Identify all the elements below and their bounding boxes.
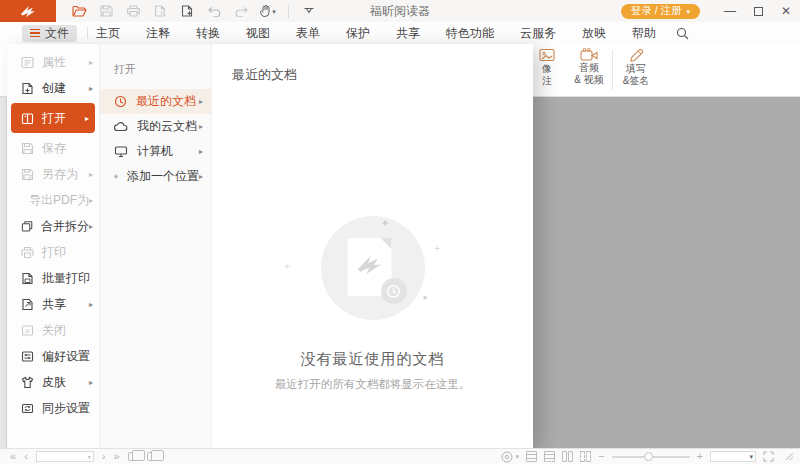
redo-icon[interactable] (232, 3, 250, 19)
open-file-icon[interactable] (70, 3, 88, 19)
sidebar-item-export-pdf: 导出PDF为 ▸ (7, 187, 99, 213)
submenu-arrow-icon: ▸ (199, 97, 203, 106)
last-page-icon[interactable]: » (113, 451, 119, 462)
sparkle-icon: ＋ (433, 244, 442, 253)
undo-icon[interactable] (205, 3, 223, 19)
image-annotation-label-line1: 像 (542, 63, 552, 75)
open-icon (21, 112, 34, 125)
tab-convert[interactable]: 转换 (196, 25, 220, 42)
previous-page-icon[interactable]: ‹ (24, 451, 28, 462)
sidebar-item-skin[interactable]: 皮肤 ▸ (7, 369, 99, 395)
zoom-out-icon[interactable]: − (598, 451, 604, 462)
properties-icon (21, 56, 34, 69)
file-tab-label: 文件 (45, 25, 69, 42)
previous-view-icon[interactable] (128, 452, 139, 461)
continuous-facing-view-icon[interactable] (580, 451, 591, 462)
menu-separator (87, 27, 88, 39)
close-button[interactable]: ✕ (772, 0, 800, 22)
tab-form[interactable]: 表单 (296, 25, 320, 42)
view-mode-button[interactable]: ▾ (501, 451, 520, 463)
cloud-icon (114, 120, 128, 133)
audio-video-button[interactable]: 音频 & 视频 (568, 44, 610, 96)
hand-tool-icon[interactable]: ▾ (259, 3, 277, 19)
submenu-arrow-icon: ▸ (85, 114, 89, 123)
save-icon[interactable] (97, 3, 115, 19)
image-annotation-icon (539, 48, 555, 63)
empty-state-subtitle: 最近打开的所有文档都将显示在这里。 (263, 377, 483, 392)
sidebar-item-share[interactable]: 共享 ▸ (7, 291, 99, 317)
sidebar-item-batch-print[interactable]: 批量打印 (7, 265, 99, 291)
open-item-recent-documents[interactable]: 最近的文档 ▸ (100, 89, 211, 114)
open-item-add-place[interactable]: 添加一个位置 ▸ (100, 164, 211, 189)
sidebar-item-sync-settings[interactable]: 同步设置 (7, 395, 99, 421)
file-menu-panel: 属性 ▸ 创建 ▸ 打开 ▸ 保存 另存为 ▸ 导出PDF为 ▸ (7, 44, 533, 448)
export-page-icon[interactable] (151, 3, 169, 19)
sidebar-item-open[interactable]: 打开 ▸ (11, 103, 95, 133)
image-annotation-label-line2: 注 (542, 75, 552, 87)
tab-file[interactable]: 文件 (22, 25, 77, 42)
tab-home[interactable]: 主页 (96, 25, 120, 42)
continuous-view-icon[interactable] (544, 451, 555, 462)
titlebar-right: 登录 / 注册 ▾ — ✕ (621, 0, 800, 22)
view-mode-caret-icon: ▾ (516, 453, 520, 460)
submenu-arrow-icon: ▸ (89, 378, 93, 387)
sparkle-icon: ＋ (283, 262, 292, 271)
tab-protect[interactable]: 保护 (346, 25, 370, 42)
maximize-button[interactable] (744, 0, 772, 22)
open-item-cloud-documents[interactable]: 我的云文档 ▸ (100, 114, 211, 139)
tab-share[interactable]: 共享 (396, 25, 420, 42)
first-page-icon[interactable]: « (10, 451, 16, 462)
tab-features[interactable]: 特色功能 (446, 25, 494, 42)
sidebar-item-preferences[interactable]: 偏好设置 (7, 343, 99, 369)
next-view-icon[interactable] (147, 452, 158, 461)
fill-sign-button[interactable]: 填写 &签名 (615, 44, 657, 96)
view-mode-icon (501, 451, 513, 463)
sidebar-item-save: 保存 (7, 135, 99, 161)
video-camera-icon (580, 48, 598, 62)
sidebar-item-combine-split[interactable]: 合并拆分 ▸ (7, 213, 99, 239)
zoom-slider[interactable] (612, 456, 690, 458)
next-page-icon[interactable]: › (102, 451, 106, 462)
sidebar-item-save-as: 另存为 ▸ (7, 161, 99, 187)
sidebar-item-create[interactable]: 创建 ▸ (7, 75, 99, 101)
add-place-icon (114, 170, 118, 183)
clock-icon (114, 95, 127, 108)
sidebar-item-print: 打印 (7, 239, 99, 265)
search-icon[interactable] (676, 27, 689, 40)
customize-toolbar-icon[interactable] (300, 3, 318, 19)
tab-present[interactable]: 放映 (582, 25, 606, 42)
minimize-button[interactable]: — (716, 0, 744, 22)
open-panel-header: 打开 (100, 62, 211, 77)
fill-sign-label-line2: &签名 (623, 75, 650, 87)
tab-view[interactable]: 视图 (246, 25, 270, 42)
page-number-input[interactable]: ▾ (36, 451, 94, 462)
submenu-arrow-icon: ▸ (199, 147, 203, 156)
empty-state-title: 没有最近使用的文档 (263, 350, 483, 369)
skin-icon (21, 376, 34, 389)
create-icon (21, 82, 34, 95)
tab-cloud[interactable]: 云服务 (520, 25, 556, 42)
foxit-fox-icon (20, 5, 36, 18)
single-page-view-icon[interactable] (526, 451, 537, 462)
resize-grip[interactable] (785, 452, 794, 461)
facing-view-icon[interactable] (562, 451, 573, 462)
print-icon[interactable] (124, 3, 142, 19)
navigation-strip (0, 97, 7, 448)
preferences-icon (21, 350, 34, 363)
sparkle-icon: ● (423, 294, 428, 302)
fullscreen-icon[interactable] (763, 451, 774, 462)
statusbar: « ‹ ▾ › » ▾ − + ▾ (0, 448, 800, 464)
fox-glyph-icon (355, 254, 383, 276)
batch-print-icon (21, 272, 34, 285)
tab-comment[interactable]: 注释 (146, 25, 170, 42)
zoom-slider-thumb[interactable] (644, 452, 653, 461)
new-document-icon[interactable] (178, 3, 196, 19)
audio-video-label-line1: 音频 (579, 62, 599, 74)
zoom-in-icon[interactable]: + (697, 451, 703, 462)
tab-help[interactable]: 帮助 (632, 25, 656, 42)
login-register-button[interactable]: 登录 / 注册 ▾ (621, 4, 700, 19)
computer-icon (114, 145, 128, 158)
quick-access-toolbar: ▾ (70, 3, 318, 19)
open-item-computer[interactable]: 计算机 ▸ (100, 139, 211, 164)
zoom-level-input[interactable]: ▾ (710, 451, 756, 462)
